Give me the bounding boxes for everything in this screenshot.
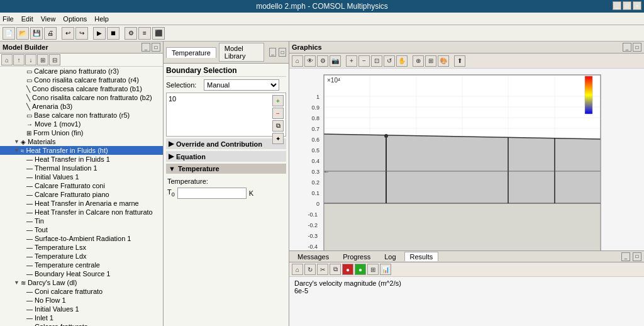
tab-log[interactable]: Log bbox=[379, 252, 401, 262]
mb-maximize-btn[interactable]: □ bbox=[152, 43, 160, 52]
mb-expand-btn[interactable]: ⊞ bbox=[37, 54, 48, 65]
settings-max-btn[interactable]: □ bbox=[279, 48, 286, 57]
mb-collapse-btn[interactable]: ⊟ bbox=[49, 54, 60, 65]
graphics-canvas[interactable]: ×10⁴ bbox=[289, 69, 644, 250]
tree-item-18[interactable]: —Tin bbox=[0, 216, 163, 225]
graphics-max-btn[interactable]: □ bbox=[633, 43, 641, 52]
tree-item-14[interactable]: —Calcare Fratturato coni bbox=[0, 181, 163, 190]
close-app-btn[interactable]: × bbox=[633, 1, 641, 10]
menu-file[interactable]: File bbox=[3, 15, 14, 23]
boundary-remove-btn[interactable]: − bbox=[272, 108, 284, 119]
tb-extra1[interactable]: ⚙ bbox=[125, 27, 137, 40]
save-btn[interactable]: 💾 bbox=[30, 27, 43, 40]
maximize-btn[interactable]: □ bbox=[623, 1, 631, 10]
tab-progress[interactable]: Progress bbox=[337, 252, 376, 262]
mb-home-btn[interactable]: ⌂ bbox=[1, 54, 13, 65]
tab-model-library[interactable]: Model Library bbox=[219, 43, 264, 62]
tree-item-30[interactable]: —Calcare fratturato bbox=[0, 322, 163, 326]
bt-cut-btn[interactable]: ✂ bbox=[317, 264, 328, 275]
boundary-settings-btn[interactable]: ✦ bbox=[272, 133, 284, 144]
boundary-copy-btn[interactable]: ⧉ bbox=[272, 120, 284, 132]
tree-item-28[interactable]: —Initial Values 1 bbox=[0, 305, 163, 313]
tree-item-22[interactable]: —Temperature Ldx bbox=[0, 252, 163, 261]
tree-item-15[interactable]: —Calcare Fratturato piano bbox=[0, 190, 163, 199]
model-tree[interactable]: ▭Calcare piano fratturato (r3)▭Cono risa… bbox=[0, 67, 163, 326]
run-btn[interactable]: ▶ bbox=[93, 27, 106, 40]
mb-minimize-btn[interactable]: _ bbox=[142, 43, 150, 52]
boundary-add-btn[interactable]: + bbox=[272, 95, 284, 106]
bt-copy-btn[interactable]: ⧉ bbox=[330, 264, 341, 275]
undo-btn[interactable]: ↩ bbox=[62, 27, 74, 40]
tree-item-5[interactable]: ╲Arenaria (b3) bbox=[0, 102, 163, 111]
tree-item-29[interactable]: —Inlet 1 bbox=[0, 313, 163, 322]
tree-item-19[interactable]: —Tout bbox=[0, 225, 163, 234]
bt-home-btn[interactable]: ⌂ bbox=[292, 264, 303, 275]
menu-edit[interactable]: Edit bbox=[21, 15, 33, 23]
tree-item-16[interactable]: —Heat Transfer in Arenaria e marne bbox=[0, 199, 163, 208]
print-btn[interactable]: 🖨 bbox=[44, 27, 57, 40]
tab-results[interactable]: Results bbox=[404, 252, 439, 261]
tree-item-12[interactable]: —Thermal Insulation 1 bbox=[0, 164, 163, 172]
tree-item-26[interactable]: —Coni calcare fratturato bbox=[0, 287, 163, 296]
gt-zoom-out-btn[interactable]: − bbox=[358, 55, 370, 67]
temperature-section-header[interactable]: ▼ Temperature bbox=[166, 164, 286, 174]
gt-cam-btn[interactable]: 📷 bbox=[330, 55, 341, 67]
menu-view[interactable]: View bbox=[41, 15, 56, 23]
bt-chart-btn[interactable]: 📊 bbox=[380, 264, 391, 275]
bottom-min-btn[interactable]: _ bbox=[621, 252, 630, 261]
tree-item-17[interactable]: —Heat Transfer in Calcare non fratturato bbox=[0, 208, 163, 216]
tree-item-21[interactable]: —Temperature Lsx bbox=[0, 243, 163, 252]
gt-axes-btn[interactable]: ⊕ bbox=[413, 55, 424, 67]
tree-item-9[interactable]: ▼◈Materials bbox=[0, 137, 163, 146]
gt-export-btn[interactable]: ⬆ bbox=[454, 55, 465, 67]
gt-rotate-btn[interactable]: ↺ bbox=[384, 55, 395, 67]
gt-grid-btn[interactable]: ⊞ bbox=[425, 55, 436, 67]
bt-update-btn[interactable]: ↻ bbox=[304, 264, 316, 275]
equation-section-header[interactable]: ▶ Equation bbox=[166, 151, 286, 162]
tb-extra2[interactable]: ≡ bbox=[138, 27, 151, 40]
gt-color-btn[interactable]: 🎨 bbox=[438, 55, 449, 67]
tree-item-3[interactable]: ╲Cono discesa calcare fratturato (b1) bbox=[0, 84, 163, 93]
tb-extra3[interactable]: ⬛ bbox=[152, 27, 165, 40]
override-section-header[interactable]: ▶ Override and Contribution bbox=[166, 138, 286, 149]
mb-up-btn[interactable]: ↑ bbox=[13, 54, 25, 65]
gt-zoom-in-btn[interactable]: + bbox=[346, 55, 357, 67]
stop-btn[interactable]: ⏹ bbox=[107, 27, 119, 40]
graphics-min-btn[interactable]: _ bbox=[623, 43, 631, 52]
bt-table-btn[interactable]: ⊞ bbox=[367, 264, 379, 275]
tree-item-6[interactable]: ▭Base calcare non fratturato (r5) bbox=[0, 111, 163, 120]
minimize-btn[interactable]: _ bbox=[613, 1, 621, 10]
tree-item-25[interactable]: ▼≋Darcy's Law (dl) bbox=[0, 278, 163, 287]
gt-pan-btn[interactable]: ✋ bbox=[396, 55, 408, 67]
settings-min-btn[interactable]: _ bbox=[269, 48, 277, 57]
tree-item-2[interactable]: ▭Cono risalita calcare fratturato (r4) bbox=[0, 76, 163, 84]
gt-home-btn[interactable]: ⌂ bbox=[292, 55, 303, 67]
temperature-input[interactable]: 6 [degC] bbox=[177, 188, 247, 199]
bottom-max-btn[interactable]: □ bbox=[633, 252, 641, 261]
menu-help[interactable]: Help bbox=[94, 15, 109, 23]
tree-item-13[interactable]: —Initial Values 1 bbox=[0, 172, 163, 181]
gt-settings-btn[interactable]: ⚙ bbox=[317, 55, 328, 67]
gt-zoom-fit-btn[interactable]: ⊡ bbox=[371, 55, 382, 67]
gt-eye-btn[interactable]: 👁 bbox=[304, 55, 316, 67]
open-btn[interactable]: 📂 bbox=[16, 27, 29, 40]
tab-messages[interactable]: Messages bbox=[292, 252, 335, 262]
bt-green-btn[interactable]: ● bbox=[355, 264, 366, 275]
tree-item-11[interactable]: —Heat Transfer in Fluids 1 bbox=[0, 155, 163, 164]
bt-red-btn[interactable]: ● bbox=[342, 264, 353, 275]
tree-item-8[interactable]: ⊞Form Union (fin) bbox=[0, 128, 163, 137]
tree-item-10[interactable]: ▼≈Heat Transfer in Fluids (ht) bbox=[0, 146, 163, 155]
tree-item-27[interactable]: —No Flow 1 bbox=[0, 296, 163, 305]
tab-temperature[interactable]: Temperature bbox=[166, 47, 216, 58]
tree-item-24[interactable]: —Boundary Heat Source 1 bbox=[0, 269, 163, 278]
tree-item-23[interactable]: —Temperature centrale bbox=[0, 261, 163, 269]
mb-down-btn[interactable]: ↓ bbox=[25, 54, 36, 65]
redo-btn[interactable]: ↪ bbox=[75, 27, 88, 40]
tree-item-1[interactable]: ▭Calcare piano fratturato (r3) bbox=[0, 67, 163, 76]
new-btn[interactable]: 📄 bbox=[3, 27, 15, 40]
tree-item-20[interactable]: —Surface-to-Ambient Radiation 1 bbox=[0, 234, 163, 243]
menu-options[interactable]: Options bbox=[63, 15, 87, 23]
tree-item-4[interactable]: ╲Cono risalita calcare non fratturato (b… bbox=[0, 93, 163, 102]
selection-dropdown[interactable]: Manual All boundaries None bbox=[204, 79, 279, 91]
tree-item-7[interactable]: →Move 1 (mov1) bbox=[0, 120, 163, 128]
